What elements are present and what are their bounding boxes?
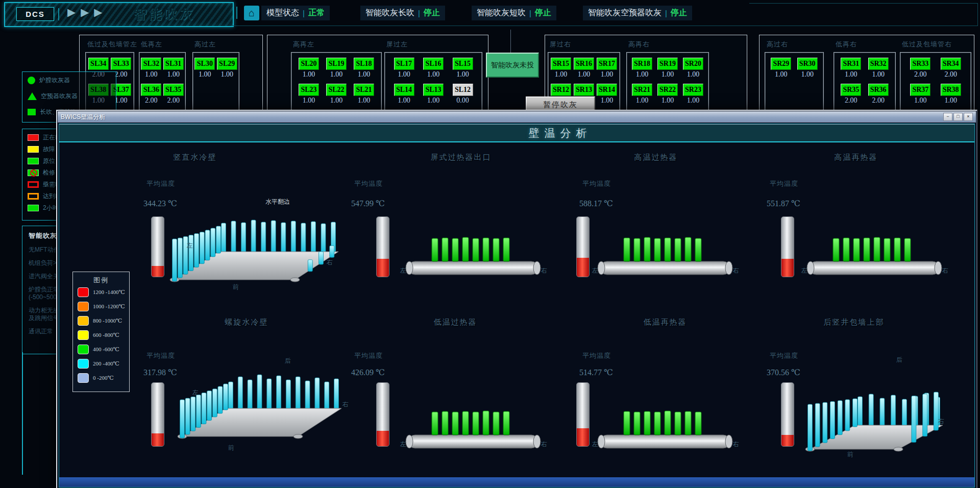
blower-button-SR19[interactable]: SR19 xyxy=(657,58,678,70)
blower-button-SR34[interactable]: SR34 xyxy=(941,58,961,70)
blower-button-SR14[interactable]: SR14 xyxy=(597,84,617,96)
blower-button-SL16[interactable]: SL16 xyxy=(423,58,444,70)
blower-button-SL29[interactable]: SL29 xyxy=(217,58,237,70)
blower-button-SL17[interactable]: SL17 xyxy=(394,58,414,70)
home-button[interactable]: ⌂ xyxy=(244,6,259,20)
blower-button-SL34[interactable]: SL34 xyxy=(88,58,109,70)
blower-button-SR38[interactable]: SR38 xyxy=(941,84,961,96)
hi-temp-reheater-avg-label: 平均温度 xyxy=(770,179,798,188)
platen-superheater-outlet-chart: 左右 xyxy=(399,235,547,284)
blower-button-SR18[interactable]: SR18 xyxy=(632,58,652,70)
value-row: 1.001.001.00 xyxy=(548,70,620,79)
legend-item: 炉膛吹灰器 xyxy=(28,76,70,85)
blower-button-SR32[interactable]: SR32 xyxy=(868,58,889,70)
blower-value-SR16: 1.00 xyxy=(574,70,594,79)
color-swatch-icon xyxy=(78,287,89,297)
lo-temp-superheater-chart: 左右 xyxy=(399,408,547,457)
blower-button-SL31[interactable]: SL31 xyxy=(163,58,184,70)
group-label: 高再右 xyxy=(626,40,709,51)
blower-value-SL15: 1.00 xyxy=(453,70,473,79)
button-row: SR35SR36 xyxy=(834,84,895,96)
blower-value-SL21: 1.00 xyxy=(354,96,374,105)
status-label: 智能吹灰空预器吹灰 xyxy=(588,8,662,18)
heading-band: 壁温分析 xyxy=(59,124,974,142)
blower-button-SR20[interactable]: SR20 xyxy=(683,58,703,70)
blower-value-SR22: 1.00 xyxy=(657,96,678,105)
group-label: 高过左 xyxy=(192,40,239,51)
minimize-button[interactable]: − xyxy=(943,113,952,121)
blower-button-SL33[interactable]: SL33 xyxy=(111,58,131,70)
lo-temp-superheater-avg-value: 426.09 ℃ xyxy=(351,368,385,377)
blower-button-SL23[interactable]: SL23 xyxy=(299,84,319,96)
blower-button-SR13[interactable]: SR13 xyxy=(574,84,594,96)
platen-superheater-outlet-thermometer xyxy=(376,216,389,277)
window-titlebar[interactable]: BWICS壁温分析−□× xyxy=(58,111,976,123)
legend-item-label: 故障 xyxy=(43,145,55,154)
blower-button-SR33[interactable]: SR33 xyxy=(910,58,930,70)
close-button[interactable]: × xyxy=(964,113,973,121)
blower-button-SL32[interactable]: SL32 xyxy=(141,58,161,70)
blower-value-SR19: 1.00 xyxy=(657,70,678,79)
button-row: SR37SR38 xyxy=(900,84,971,96)
legend-item-label: 1200 -1400℃ xyxy=(93,289,125,296)
svg-text:前: 前 xyxy=(233,283,239,290)
blower-group: 高再右SR18SR19SR201.001.001.00SR21SR22SR231… xyxy=(626,40,709,51)
svg-text:右: 右 xyxy=(938,418,944,425)
blower-button-SL30[interactable]: SL30 xyxy=(194,58,215,70)
blower-button-SR12[interactable]: SR12 xyxy=(551,84,571,96)
blower-button-SR17[interactable]: SR17 xyxy=(597,58,617,70)
blower-button-SL19[interactable]: SL19 xyxy=(326,58,347,70)
blower-button-SL14[interactable]: SL14 xyxy=(394,84,414,96)
play-arrows-icon: ▶▶▶ xyxy=(67,6,107,18)
blower-button-SR15[interactable]: SR15 xyxy=(551,58,571,70)
blower-button-SR21[interactable]: SR21 xyxy=(632,84,652,96)
blower-value-SR30: 1.00 xyxy=(797,70,818,79)
blower-button-SL20[interactable]: SL20 xyxy=(299,58,319,70)
value-row: 2.002.00 xyxy=(834,96,895,105)
status-label: 智能吹灰短吹 xyxy=(477,8,526,18)
blower-button-SL36[interactable]: SL36 xyxy=(141,84,161,96)
blower-button-SR36[interactable]: SR36 xyxy=(868,84,889,96)
blower-value-SL18: 1.00 xyxy=(354,70,374,79)
blower-button-SR31[interactable]: SR31 xyxy=(841,58,861,70)
blower-button-SR29[interactable]: SR29 xyxy=(771,58,791,70)
blower-button-SL12[interactable]: SL12 xyxy=(453,84,473,96)
legend-item: 检修 xyxy=(28,168,55,177)
status-swatch-icon xyxy=(28,169,39,176)
blower-button-SR23[interactable]: SR23 xyxy=(683,84,703,96)
divider xyxy=(22,352,23,475)
hi-temp-superheater-avg-value: 588.17 ℃ xyxy=(579,199,613,208)
blower-button-SR22[interactable]: SR22 xyxy=(657,84,678,96)
legend-item: 0 -200℃ xyxy=(73,371,129,385)
wall-temp-analysis-window: BWICS壁温分析−□×壁温分析竖直水冷壁平均温度344.23 ℃左右前水平翻边… xyxy=(56,110,977,488)
legend-item: 800 -1000℃ xyxy=(73,313,129,328)
blower-button-SL15[interactable]: SL15 xyxy=(453,58,473,70)
status-swatch-icon xyxy=(28,134,39,141)
blower-button-SR30[interactable]: SR30 xyxy=(797,58,818,70)
divider xyxy=(232,26,978,26)
blower-button-SL13[interactable]: SL13 xyxy=(423,84,444,96)
blower-value-SL20: 1.00 xyxy=(299,70,319,79)
blower-button-SR16[interactable]: SR16 xyxy=(574,58,594,70)
button-row: SL32SL31 xyxy=(139,58,185,70)
dcs-logo-button[interactable]: DCS xyxy=(16,7,54,21)
group-label: 屏过右 xyxy=(548,40,620,51)
blower-button-SR37[interactable]: SR37 xyxy=(910,84,930,96)
status-indicator-2: 智能吹灰短吹|停止 xyxy=(472,6,556,20)
blower-group: 低再右SR31SR321.001.00SR35SR362.002.00 xyxy=(834,40,896,51)
blower-button-SL35[interactable]: SL35 xyxy=(163,84,184,96)
smart-sootblow-not-engaged-button[interactable]: 智能吹灰未投 xyxy=(486,53,539,78)
blower-button-SL22[interactable]: SL22 xyxy=(326,84,347,96)
blower-value-SR38: 1.00 xyxy=(941,96,961,105)
blower-button-SL18[interactable]: SL18 xyxy=(354,58,374,70)
blower-button-SR35[interactable]: SR35 xyxy=(841,84,861,96)
status-swatch-icon xyxy=(28,158,39,164)
lo-temp-superheater-thermometer xyxy=(376,382,389,447)
group-box: SR18SR19SR201.001.001.00SR21SR22SR231.00… xyxy=(626,52,709,114)
group-box: SL17SL16SL151.001.001.00SL14SL13SL121.00… xyxy=(384,52,482,114)
maximize-button[interactable]: □ xyxy=(953,113,963,121)
temperature-legend: 图例1200 -1400℃1000 -1200℃800 -1000℃600 -8… xyxy=(72,272,130,392)
divider: | xyxy=(529,9,531,17)
blower-button-SL21[interactable]: SL21 xyxy=(354,84,374,96)
divider xyxy=(749,3,978,4)
